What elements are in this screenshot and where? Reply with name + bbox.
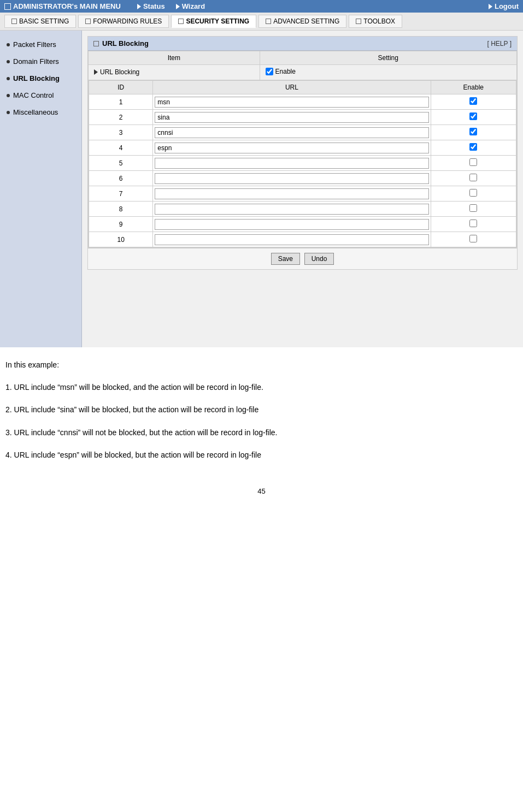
panel-header: URL Blocking [ HELP ] [88, 37, 517, 51]
url-row-id: 2 [89, 110, 153, 125]
top-nav: Status Wizard [137, 2, 205, 10]
url-row-input[interactable] [155, 219, 428, 230]
sidebar-item-url-blocking[interactable]: URL Blocking [0, 70, 81, 87]
main-menu-label: ADMINISTRATOR's MAIN MENU [13, 2, 121, 10]
description-section: In this example: 1. URL include “msn” wi… [0, 347, 523, 482]
main-layout: Packet Filters Domain Filters URL Blocki… [0, 31, 523, 347]
url-table-row: 5 [89, 156, 516, 171]
sidebar-item-mac-control[interactable]: MAC Control [0, 87, 81, 104]
tab-bar: BASIC SETTING FORWARDING RULES SECURITY … [0, 13, 523, 31]
url-row-enable-checkbox[interactable] [469, 143, 477, 151]
url-table-row: 3 [89, 125, 516, 140]
sidebar-item-domain-filters[interactable]: Domain Filters [0, 53, 81, 70]
sidebar-label-miscellaneous: Miscellaneous [13, 108, 58, 116]
url-row-input[interactable] [155, 127, 428, 138]
url-table-row: 4 [89, 140, 516, 156]
col-setting-header: Setting [260, 51, 516, 65]
tab-basic-setting[interactable]: BASIC SETTING [4, 15, 76, 28]
url-row-input[interactable] [155, 112, 428, 123]
url-row-enable-checkbox[interactable] [469, 158, 477, 166]
url-row-url-cell [153, 156, 431, 171]
panel-title-icon [93, 41, 99, 46]
url-table-row: 1 [89, 94, 516, 110]
tab-toolbox[interactable]: TOOLBOX [349, 15, 402, 28]
logout-arrow-icon [489, 4, 492, 9]
url-row-enable-checkbox[interactable] [469, 235, 477, 242]
url-row-enable-cell [431, 232, 516, 247]
url-row-input[interactable] [155, 158, 428, 169]
url-row-input[interactable] [155, 173, 428, 184]
sidebar-item-miscellaneous[interactable]: Miscellaneous [0, 104, 81, 121]
page-number: 45 [0, 482, 523, 501]
tab-forwarding-label: FORWARDING RULES [93, 17, 162, 25]
url-row-enable-checkbox[interactable] [469, 220, 477, 227]
url-row-enable-cell [431, 94, 516, 110]
tab-advanced-setting[interactable]: ADVANCED SETTING [258, 15, 346, 28]
description-item1: 1. URL include “msn” will be blocked, an… [5, 381, 518, 394]
content-area: URL Blocking [ HELP ] Item Setting [82, 31, 523, 347]
tab-security-icon [178, 19, 184, 24]
url-row-url-cell [153, 110, 431, 125]
url-blocking-item-cell: URL Blocking [89, 65, 260, 80]
tab-advanced-icon [266, 19, 271, 24]
tab-advanced-label: ADVANCED SETTING [273, 17, 339, 25]
url-row-input[interactable] [155, 143, 428, 153]
url-row-enable-cell [431, 140, 516, 156]
url-row-id: 6 [89, 171, 153, 186]
status-nav-label: Status [143, 2, 165, 10]
description-item3: 3. URL include “cnnsi” will not be block… [5, 426, 518, 440]
save-button[interactable]: Save [271, 253, 300, 265]
url-blocking-enable-label[interactable]: Enable [266, 68, 296, 75]
url-row-enable-checkbox[interactable] [469, 174, 477, 181]
url-row-enable-checkbox[interactable] [469, 112, 477, 120]
url-table-row: 6 [89, 171, 516, 186]
url-row-input[interactable] [155, 234, 428, 245]
url-row-enable-cell [431, 110, 516, 125]
tab-basic-icon [11, 19, 17, 24]
main-menu-section: ADMINISTRATOR's MAIN MENU [4, 2, 121, 10]
page-number-value: 45 [257, 487, 265, 495]
tab-security-label: SECURITY SETTING [186, 17, 249, 25]
tab-security-setting[interactable]: SECURITY SETTING [171, 15, 256, 28]
col-item-header: Item [89, 51, 260, 65]
url-row-id: 3 [89, 125, 153, 140]
sidebar-label-domain-filters: Domain Filters [13, 57, 59, 66]
help-link[interactable]: [ HELP ] [487, 40, 512, 48]
url-row-input[interactable] [155, 188, 428, 199]
url-row-enable-cell [431, 201, 516, 217]
url-table-row: 10 [89, 232, 516, 247]
config-table: Item Setting URL Blocking [88, 51, 517, 248]
url-row-enable-checkbox[interactable] [469, 204, 477, 212]
tab-toolbox-icon [356, 19, 361, 24]
buttons-row: Save Undo [88, 248, 517, 269]
sidebar-label-packet-filters: Packet Filters [13, 40, 56, 49]
url-row-id: 10 [89, 232, 153, 247]
url-row-enable-cell [431, 156, 516, 171]
url-row-input[interactable] [155, 97, 428, 108]
url-row-enable-checkbox[interactable] [469, 97, 477, 105]
tab-forwarding-rules[interactable]: FORWARDING RULES [78, 15, 169, 28]
url-blocking-enable-checkbox[interactable] [266, 68, 273, 75]
url-row-enable-cell [431, 217, 516, 232]
url-row-url-cell [153, 140, 431, 156]
status-nav-item[interactable]: Status [137, 2, 165, 10]
url-blocking-enable-row: URL Blocking Enable [89, 65, 517, 80]
url-row-input[interactable] [155, 204, 428, 215]
url-row-enable-checkbox[interactable] [469, 189, 477, 197]
url-row-id: 7 [89, 186, 153, 201]
panel-title-label: URL Blocking [102, 39, 149, 48]
url-blocking-item-label: URL Blocking [100, 68, 139, 76]
description-intro: In this example: [5, 358, 518, 372]
sidebar-item-packet-filters[interactable]: Packet Filters [0, 36, 81, 53]
bullet-icon [7, 94, 10, 97]
wizard-nav-item[interactable]: Wizard [176, 2, 205, 10]
description-item4: 4. URL include “espn” will be blocked, b… [5, 448, 518, 462]
col-enable-header: Enable [431, 81, 516, 94]
url-blocking-enable-cell: Enable [260, 65, 516, 80]
url-row-enable-checkbox[interactable] [469, 128, 477, 135]
url-row-id: 1 [89, 94, 153, 110]
undo-button[interactable]: Undo [304, 253, 334, 265]
logout-button[interactable]: Logout [489, 2, 519, 10]
tab-basic-label: BASIC SETTING [19, 17, 69, 25]
url-table-row: 7 [89, 186, 516, 201]
